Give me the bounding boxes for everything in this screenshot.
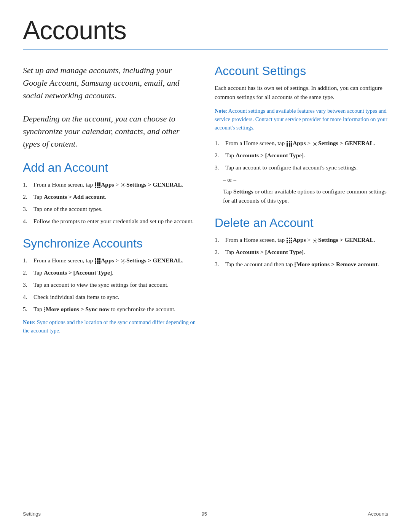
sync-step-1: 1. From a Home screen, tap Apps > Settin…	[23, 256, 196, 265]
del-step-1: 1. From a Home screen, tap Apps > Settin…	[215, 235, 388, 244]
gear-icon-3	[312, 140, 318, 146]
add-step-1: 1. From a Home screen, tap Apps > Settin…	[23, 180, 196, 189]
account-settings-desc: Each account has its own set of settings…	[215, 83, 388, 102]
more-options-icon-2	[295, 262, 296, 267]
account-settings-section: Account Settings Each account has its ow…	[215, 64, 388, 205]
left-column: Set up and manage accounts, including yo…	[23, 64, 196, 346]
as-step-3: 3. Tap an account to configure that acco…	[215, 163, 388, 172]
account-settings-steps: 1. From a Home screen, tap Apps > Settin…	[215, 139, 388, 172]
sync-step-3: 3. Tap an account to view the sync setti…	[23, 280, 196, 289]
sync-accounts-section: Synchronize Accounts 1. From a Home scre…	[23, 236, 196, 335]
add-step-4: 4. Follow the prompts to enter your cred…	[23, 217, 196, 226]
title-divider	[23, 50, 388, 50]
del-step-3: 3. Tap the account and then tap More opt…	[215, 260, 388, 269]
as-step-1: 1. From a Home screen, tap Apps > Settin…	[215, 139, 388, 148]
add-step-3: 3. Tap one of the account types.	[23, 204, 196, 214]
sync-accounts-steps: 1. From a Home screen, tap Apps > Settin…	[23, 256, 196, 314]
svg-point-3	[314, 240, 316, 241]
gear-icon-2	[120, 257, 126, 264]
or-step: Tap Settings or other available options …	[223, 187, 388, 205]
svg-point-0	[123, 185, 124, 186]
page-footer: Settings 95 Accounts	[0, 511, 411, 517]
page-title: Accounts	[23, 15, 388, 45]
del-step-2: 2. Tap Accounts > [Account Type].	[215, 248, 388, 257]
footer-left: Settings	[23, 511, 41, 517]
or-divider: – or –	[223, 177, 388, 183]
add-step-2: 2. Tap Accounts > Add account.	[23, 192, 196, 201]
add-account-title: Add an Account	[23, 161, 196, 175]
account-settings-note: Note: Account settings and available fea…	[215, 107, 388, 132]
footer-center: 95	[202, 511, 207, 517]
svg-point-1	[123, 260, 124, 262]
sync-accounts-title: Synchronize Accounts	[23, 236, 196, 251]
intro-para2: Depending on the account, you can choose…	[23, 112, 196, 150]
intro-para1: Set up and manage accounts, including yo…	[23, 64, 196, 102]
gear-icon-1	[120, 181, 126, 188]
main-content: Set up and manage accounts, including yo…	[23, 64, 388, 346]
add-account-steps: 1. From a Home screen, tap Apps > Settin…	[23, 180, 196, 226]
delete-account-section: Delete an Account 1. From a Home screen,…	[215, 216, 388, 269]
svg-point-2	[314, 143, 316, 145]
right-column: Account Settings Each account has its ow…	[215, 64, 388, 346]
gear-icon-4	[312, 236, 318, 243]
add-account-section: Add an Account 1. From a Home screen, ta…	[23, 161, 196, 226]
apps-icon-2	[94, 257, 101, 264]
delete-account-steps: 1. From a Home screen, tap Apps > Settin…	[215, 235, 388, 269]
as-step-2: 2. Tap Accounts > [Account Type].	[215, 151, 388, 160]
delete-account-title: Delete an Account	[215, 216, 388, 230]
account-settings-title: Account Settings	[215, 64, 388, 78]
apps-icon-4	[286, 236, 293, 243]
apps-icon-1	[94, 181, 101, 188]
more-options-icon-1	[44, 307, 45, 312]
apps-icon-3	[286, 140, 293, 146]
sync-step-4: 4. Check individual data items to sync.	[23, 292, 196, 302]
sync-note: Note: Sync options and the location of t…	[23, 318, 196, 335]
footer-right: Accounts	[368, 511, 388, 517]
sync-step-2: 2. Tap Accounts > [Account Type].	[23, 268, 196, 277]
sync-step-5: 5. Tap More options > Sync now to synchr…	[23, 305, 196, 314]
